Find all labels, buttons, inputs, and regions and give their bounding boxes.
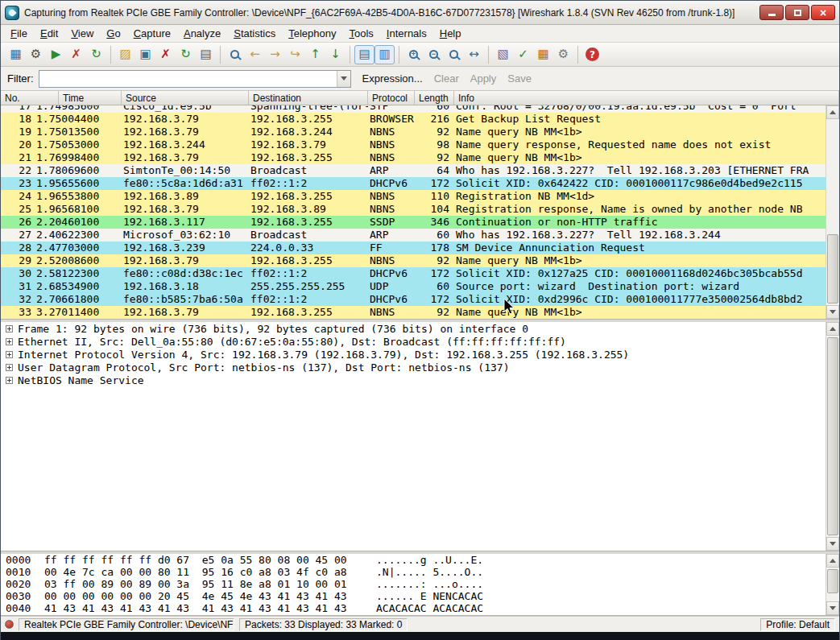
capture-status-icon[interactable] (5, 620, 14, 629)
find-packet-button[interactable] (225, 45, 245, 64)
packet-bytes-scrollbar[interactable] (826, 554, 839, 615)
packet-row[interactable]: 262.20460100192.168.3.117192.168.3.255SS… (1, 216, 839, 229)
menu-view[interactable]: View (64, 26, 100, 41)
hex-row[interactable]: 0000ff ff ff ff ff ff d0 67 e5 0a 55 80 … (1, 554, 839, 566)
zoom-out-button[interactable]: − (424, 45, 444, 64)
column-header-protocol[interactable]: Protocol (368, 91, 415, 105)
close-button[interactable]: × (811, 5, 835, 20)
auto-scroll-button[interactable]: ▥ (374, 45, 395, 64)
menu-capture[interactable]: Capture (127, 26, 177, 41)
save-file-button[interactable]: ▣ (135, 45, 155, 64)
packet-row[interactable]: 241.96553800192.168.3.89192.168.3.255NBN… (1, 190, 839, 203)
minimize-button[interactable] (759, 5, 784, 20)
maximize-button[interactable] (785, 5, 809, 20)
column-header-destination[interactable]: Destination (249, 91, 368, 105)
scroll-up-arrow[interactable] (826, 322, 839, 336)
capture-restart-button[interactable]: ↻ (86, 45, 106, 64)
scroll-up-arrow[interactable] (826, 554, 839, 568)
save-button[interactable]: Save (507, 72, 532, 85)
packet-row[interactable]: 211.76998400192.168.3.79192.168.3.255NBN… (1, 151, 839, 164)
open-file-button[interactable]: ▨ (115, 45, 135, 64)
detail-row[interactable]: Frame 1: 92 bytes on wire (736 bits), 92… (1, 322, 839, 335)
menu-file[interactable]: File (4, 26, 34, 41)
menu-analyze[interactable]: Analyze (177, 26, 227, 41)
expand-plus-icon[interactable] (6, 377, 13, 384)
filter-input[interactable] (39, 71, 337, 87)
zoom-in-button[interactable]: + (403, 45, 424, 64)
menu-help[interactable]: Help (433, 26, 468, 41)
scroll-thumb[interactable] (827, 234, 838, 303)
menu-telephony[interactable]: Telephony (282, 26, 342, 41)
go-first-button[interactable]: ↑ (305, 45, 325, 64)
packet-row[interactable]: 322.70661800fe80::b585:7ba6:50aff02::1:2… (1, 293, 839, 306)
packet-row[interactable]: 181.75004400192.168.3.79192.168.3.255BRO… (1, 113, 839, 126)
packet-row[interactable]: 302.58122300fe80::c08d:d38c:1ecff02::1:2… (1, 267, 839, 280)
detail-row[interactable]: NetBIOS Name Service (1, 374, 839, 386)
title-bar[interactable]: Capturing from Realtek PCIe GBE Family C… (1, 1, 839, 25)
expand-plus-icon[interactable] (6, 351, 13, 358)
scroll-thumb[interactable] (827, 337, 838, 535)
packet-row[interactable]: 333.27011400192.168.3.79192.168.3.255NBN… (1, 306, 839, 319)
capture-stop-button[interactable]: ✗ (66, 45, 86, 64)
go-to-packet-button[interactable]: ↪ (285, 45, 305, 64)
list-interfaces-button[interactable]: ▦ (6, 45, 26, 64)
packet-row[interactable]: 312.68534900192.168.3.18255.255.255.255U… (1, 280, 839, 293)
go-forward-button[interactable]: → (265, 45, 285, 64)
preferences-button[interactable]: ⚙ (553, 45, 573, 64)
apply-button[interactable]: Apply (470, 72, 497, 85)
menu-go[interactable]: Go (100, 26, 126, 41)
menu-statistics[interactable]: Statistics (227, 26, 282, 41)
capture-options-button[interactable]: ⚙ (26, 45, 46, 64)
display-filters-button[interactable]: ✓ (513, 45, 533, 64)
hex-row[interactable]: 003000 00 00 00 00 00 20 45 4e 45 4e 43 … (1, 590, 839, 602)
capture-filters-button[interactable]: ▧ (493, 45, 513, 64)
packet-row[interactable]: 282.47703000192.168.3.239224.0.0.33FF178… (1, 242, 839, 254)
scroll-down-arrow[interactable] (826, 537, 839, 551)
colorize-list-button[interactable]: ▤ (354, 45, 374, 64)
packet-row[interactable]: 272.40622300Microsof_03:62:10BroadcastAR… (1, 229, 839, 242)
column-header-no[interactable]: No. (1, 91, 59, 105)
hex-row[interactable]: 001000 4e 7c ca 00 00 80 11 95 16 c0 a8 … (1, 566, 839, 578)
filter-dropdown-button[interactable] (337, 71, 350, 87)
reload-button[interactable]: ↻ (176, 45, 196, 64)
capture-start-button[interactable]: ▶ (46, 45, 66, 64)
scroll-down-arrow[interactable] (826, 305, 839, 319)
expand-plus-icon[interactable] (6, 325, 13, 332)
packet-row-clipped[interactable]: 171.74985600Cisco_1d:e9:5bSpanning-tree-… (1, 105, 839, 113)
packet-row[interactable]: 292.52008600192.168.3.79192.168.3.255NBN… (1, 254, 839, 267)
expression-button[interactable]: Expression... (362, 72, 423, 85)
close-file-button[interactable]: ✗ (155, 45, 176, 64)
hex-row[interactable]: 002003 ff 00 89 00 89 00 3a 95 11 8e a8 … (1, 578, 839, 590)
detail-row[interactable]: User Datagram Protocol, Src Port: netbio… (1, 361, 839, 374)
packet-row[interactable]: 201.75053000192.168.3.244192.168.3.79NBN… (1, 138, 839, 151)
expand-plus-icon[interactable] (6, 338, 13, 345)
go-last-button[interactable]: ↓ (325, 45, 346, 64)
column-header-time[interactable]: Time (59, 91, 122, 105)
column-header-source[interactable]: Source (122, 91, 249, 105)
coloring-rules-button[interactable]: ▦ (533, 45, 553, 64)
zoom-100-button[interactable] (444, 45, 464, 64)
packet-row[interactable]: 251.96568100192.168.3.79192.168.3.89NBNS… (1, 203, 839, 216)
packet-row[interactable]: 171.74985600Cisco_1d:e9:5bSpanning-tree-… (1, 105, 839, 113)
menu-edit[interactable]: Edit (34, 26, 64, 41)
detail-row[interactable]: Ethernet II, Src: Dell_0a:55:80 (d0:67:e… (1, 335, 839, 348)
menu-internals[interactable]: Internals (380, 26, 433, 41)
menu-tools[interactable]: Tools (343, 26, 380, 41)
go-back-button[interactable]: ← (245, 45, 265, 64)
packet-details-scrollbar[interactable] (826, 322, 839, 551)
hex-row[interactable]: 005041 43 41 43 41 42 4c 00 00 21 00 01A… (1, 614, 839, 616)
scroll-down-arrow[interactable] (826, 601, 839, 615)
resize-columns-button[interactable]: ↔ (464, 45, 484, 64)
column-header-info[interactable]: Info (454, 91, 839, 105)
column-header-length[interactable]: Length (415, 91, 454, 105)
packet-row[interactable]: 231.95655600fe80::5c8a:1d6d:a31ff02::1:2… (1, 177, 839, 190)
scroll-thumb[interactable] (827, 569, 838, 593)
scroll-up-arrow[interactable] (826, 105, 839, 119)
packet-row[interactable]: 221.78069600SimtonTe_00:14:50BroadcastAR… (1, 164, 839, 177)
clear-button[interactable]: Clear (434, 72, 459, 85)
help-button[interactable]: ? (582, 45, 602, 64)
packet-list-scrollbar[interactable] (826, 105, 839, 319)
detail-row[interactable]: Internet Protocol Version 4, Src: 192.16… (1, 348, 839, 361)
expand-plus-icon[interactable] (6, 364, 13, 371)
packet-row[interactable]: 191.75013500192.168.3.79192.168.3.244NBN… (1, 126, 839, 138)
